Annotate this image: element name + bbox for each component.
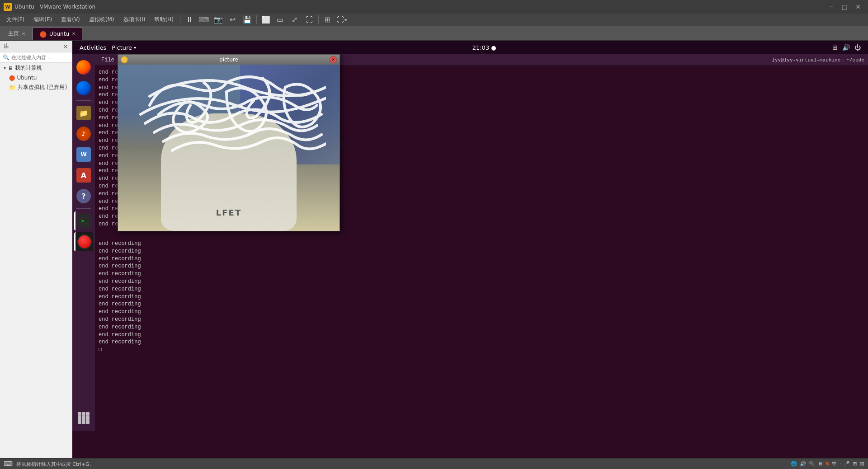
dock-item-firefox[interactable]	[74, 58, 93, 77]
expand-icon: ▾	[4, 66, 6, 70]
vmware-sidebar: 库 ✕ 🔍 ▾ ▾ 🖥 我的计算机 ⬤ Ubuntu 📁 共享虚拟机 (已弃用)	[0, 41, 72, 458]
toolbar-separator	[180, 15, 180, 24]
terminal-dock-icon: >_	[77, 214, 92, 228]
sidebar-item-mycomputer-label: 我的计算机	[15, 64, 42, 72]
vmware-statusbar: ⌨ 将鼠标指针移入其中或按 Ctrl+G。 🌐 🔊 🔌 🖥 S 中 · 🎤 ⊞ …	[0, 458, 868, 469]
show-apps-button[interactable]	[74, 408, 93, 427]
picture-content: LFET	[118, 65, 340, 231]
keyboard-layout-icon: ⊞	[853, 461, 857, 467]
picture-menu[interactable]: Picture ▾	[112, 44, 136, 51]
toolbar-separator-3	[318, 15, 319, 24]
pause-button[interactable]: ⏸	[182, 14, 197, 25]
face-scribble	[136, 69, 326, 164]
dock-separator-1	[76, 100, 91, 101]
sidebar-item-shared-vms[interactable]: 📁 共享虚拟机 (已弃用)	[0, 82, 72, 93]
sidebar-item-shared-label: 共享虚拟机 (已弃用)	[18, 84, 67, 91]
network-icon[interactable]: ⊞	[832, 44, 838, 51]
menu-edit[interactable]: 编辑(E)	[29, 14, 57, 25]
tab-ubuntu-icon: ⬤	[39, 30, 47, 38]
search-icon: 🔍	[3, 54, 9, 61]
files-icon: 📁	[76, 106, 91, 120]
maximize-button[interactable]: □	[838, 0, 851, 13]
gnome-clock[interactable]: 21:03 ●	[472, 44, 496, 51]
volume-icon[interactable]: 🔊	[842, 44, 850, 51]
search-input[interactable]	[11, 55, 72, 60]
dock-item-appstore[interactable]: A	[74, 166, 93, 185]
picture-window-controls	[121, 56, 128, 63]
picture-window: picture ✕ LFET	[118, 54, 340, 231]
gnome-system-tray: ⊞ 🔊 ⏻	[832, 44, 861, 51]
tab-ubuntu[interactable]: ⬤ Ubuntu ✕	[33, 27, 82, 40]
dock-item-files[interactable]: 📁	[74, 103, 93, 122]
usb-status-icon: 🔌	[809, 461, 815, 467]
picture-minimize-button[interactable]	[121, 56, 128, 63]
network-status-icon: 🌐	[791, 461, 797, 467]
menu-file[interactable]: 文件(F)	[2, 14, 29, 25]
statusbar-icons: 🌐 🔊 🔌 🖥 S 中 · 🎤 ⊞ ▤	[791, 460, 864, 467]
display-status-icon: 🖥	[818, 461, 823, 467]
activities-button[interactable]: Activities	[80, 44, 106, 51]
sidebar-item-ubuntu[interactable]: ⬤ Ubuntu	[0, 73, 72, 82]
dock-item-recorder[interactable]	[74, 232, 93, 251]
menu-view[interactable]: 查看(V)	[57, 14, 85, 25]
dock-item-help[interactable]: ?	[74, 187, 93, 206]
fit-guest-button[interactable]: ⬜	[259, 14, 273, 25]
writer-icon: W	[76, 147, 91, 162]
toolbar-separator-2	[256, 15, 257, 24]
ubuntu-vm-icon: ⬤	[9, 75, 15, 81]
power-icon[interactable]: ⏻	[854, 44, 861, 51]
help-icon: ?	[76, 189, 91, 203]
vmware-tabs: 主页 ✕ ⬤ Ubuntu ✕	[0, 26, 868, 41]
recorder-dock-icon	[75, 232, 93, 251]
title-left: W Ubuntu - VMware Workstation	[4, 3, 95, 11]
save-button2[interactable]: 💾	[240, 14, 255, 25]
vmware-menubar: 文件(F) 编辑(E) 查看(V) 虚拟机(M) 选项卡(I) 帮助(H) ⏸ …	[0, 14, 868, 26]
fullscreen-button2[interactable]: ⛶	[302, 14, 316, 25]
send-ctrl-alt-button[interactable]: ⌨	[197, 14, 211, 25]
app-title: Ubuntu - VMware Workstation	[14, 4, 95, 10]
terminal-menu-file[interactable]: File	[99, 57, 117, 63]
rhythmbox-icon: ♪	[76, 127, 91, 141]
tab-home-label: 主页	[8, 30, 19, 38]
shirt-text: LFET	[216, 208, 241, 217]
task-icon: ▤	[860, 461, 864, 467]
unity-dock: 📁 ♪ W A ? >_	[72, 54, 95, 431]
sidebar-search[interactable]: 🔍 ▾	[0, 52, 72, 63]
stretch-button[interactable]: ⤢	[288, 14, 302, 25]
menu-help[interactable]: 帮助(H)	[150, 14, 178, 25]
vmware-titlebar: W Ubuntu - VMware Workstation ─ □ ✕	[0, 0, 868, 14]
revert-button[interactable]: ↩	[226, 14, 240, 25]
apps-grid-icon	[78, 412, 90, 424]
tab-home[interactable]: 主页 ✕	[2, 27, 32, 40]
sidebar-item-mycomputer[interactable]: ▾ 🖥 我的计算机	[0, 63, 72, 73]
mic-icon: 🎤	[844, 461, 850, 467]
tab-home-close[interactable]: ✕	[22, 31, 25, 36]
sidebar-close-button[interactable]: ✕	[63, 43, 68, 50]
fullscreen-button[interactable]: ⛶▾	[335, 14, 349, 25]
tab-ubuntu-label: Ubuntu	[49, 31, 69, 37]
minimize-button[interactable]: ─	[825, 0, 837, 13]
picture-close-button[interactable]: ✕	[330, 56, 337, 63]
input-method-text: 中	[832, 460, 837, 467]
tab-ubuntu-close[interactable]: ✕	[72, 31, 75, 36]
fit-window-button[interactable]: ▭	[273, 14, 288, 25]
gnome-topbar: Activities Picture ▾ 21:03 ● ⊞ 🔊 ⏻	[72, 41, 868, 54]
sidebar-title: 库	[4, 42, 9, 50]
picture-title: picture	[128, 56, 330, 63]
statusbar-message: ⌨ 将鼠标指针移入其中或按 Ctrl+G。	[4, 460, 787, 468]
status-input-icon: ⌨	[4, 460, 13, 467]
close-button[interactable]: ✕	[852, 0, 864, 13]
input-dot: ·	[840, 461, 841, 467]
menu-tabs[interactable]: 选项卡(I)	[119, 14, 150, 25]
shared-vm-icon: 📁	[9, 84, 16, 91]
audio-status-icon: 🔊	[800, 461, 806, 467]
dock-item-writer[interactable]: W	[74, 145, 93, 164]
dock-item-rhythmbox[interactable]: ♪	[74, 124, 93, 143]
unity-button[interactable]: ⊞	[321, 14, 335, 25]
dock-item-thunderbird[interactable]	[74, 79, 93, 98]
picture-titlebar: picture ✕	[118, 55, 340, 65]
vmware-icon: W	[4, 3, 12, 11]
menu-vm[interactable]: 虚拟机(M)	[85, 14, 119, 25]
snapshot-button[interactable]: 📷	[211, 14, 226, 25]
dock-item-terminal[interactable]: >_	[74, 211, 93, 230]
